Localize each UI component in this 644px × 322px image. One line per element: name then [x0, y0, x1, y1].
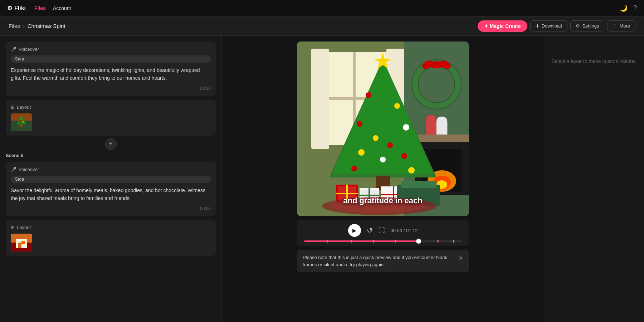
add-scene-button[interactable]: + — [105, 138, 117, 150]
notification-banner: Please note that this is just a quick pr… — [297, 250, 469, 272]
svg-point-42 — [380, 157, 386, 162]
gear-icon: ⚙ — [7, 5, 12, 11]
app-name: Fliki — [14, 5, 26, 11]
breadcrumb-root[interactable]: Files — [9, 23, 20, 29]
scene5-layout-grid-icon: ⊞ — [11, 225, 15, 230]
fullscreen-button[interactable]: ⛶ — [379, 227, 385, 234]
marker-4 — [395, 240, 396, 243]
scene5-voiceover-card: 🎤 Voiceover Sara Savor the delightful ar… — [6, 162, 216, 216]
marker-1 — [327, 240, 328, 243]
plus-icon: + — [109, 140, 113, 148]
scene4-text: Experience the magic of holiday decorati… — [11, 66, 211, 82]
fullscreen-icon: ⛶ — [379, 227, 385, 234]
scene4-duration: 00:10 — [11, 86, 211, 91]
svg-rect-12 — [21, 241, 25, 244]
scene5-text: Savor the delightful aroma of homely mea… — [11, 186, 211, 203]
svg-rect-11 — [18, 243, 21, 248]
svg-point-43 — [351, 166, 357, 171]
scene4-layout-header: ⊞ Layout — [11, 104, 211, 110]
svg-point-34 — [366, 92, 371, 98]
marker-5 — [438, 240, 439, 243]
svg-point-35 — [394, 103, 400, 109]
app-logo[interactable]: ⚙ Fliki — [7, 5, 26, 11]
scene5-layout-card: ⊞ Layout — [6, 220, 216, 256]
breadcrumb-bar: Files › Christmas Spirit ✦ Magic Create … — [0, 16, 644, 36]
video-subtitle: and gratitude in each — [343, 196, 422, 205]
play-button[interactable]: ▶ — [348, 224, 361, 237]
scenes-panel: 🎤 Voiceover Sara Experience the magic of… — [0, 36, 222, 322]
download-icon: ⬇ — [536, 23, 540, 29]
voiceover-mic-icon: 🎤 — [11, 47, 16, 52]
customization-panel: Select a layer to make customizations. — [544, 36, 644, 322]
nav-right-actions: 🌙 ? — [620, 4, 637, 12]
magic-create-button[interactable]: ✦ Magic Create — [478, 20, 527, 32]
svg-point-37 — [403, 124, 409, 131]
replay-button[interactable]: ↺ — [367, 226, 373, 235]
nav-links: Files Account — [34, 4, 71, 13]
more-button[interactable]: ⋮ More — [607, 20, 635, 31]
settings-icon: ⚙ — [576, 23, 580, 29]
svg-point-44 — [408, 167, 415, 174]
preview-panel: and gratitude in each ▶ ↺ ⛶ 00:53 / 01:1… — [222, 36, 544, 322]
svg-point-41 — [401, 153, 407, 159]
scene4-voiceover-card: 🎤 Voiceover Sara Experience the magic of… — [6, 42, 216, 96]
scene4-layout-thumb[interactable] — [11, 113, 32, 131]
customization-placeholder: Select a layer to make customizations. — [551, 57, 637, 65]
svg-point-39 — [387, 142, 393, 148]
breadcrumb: Files › Christmas Spirit — [9, 23, 65, 29]
download-button[interactable]: ⬇ Download — [530, 20, 568, 31]
progress-bar[interactable] — [304, 240, 462, 242]
svg-point-5 — [19, 120, 21, 121]
scene5-label: Scene 5 — [6, 153, 216, 158]
layout-grid-icon: ⊞ — [11, 104, 15, 110]
scene5-header: 🎤 Voiceover — [11, 167, 211, 172]
scene5-layout-thumb[interactable] — [11, 234, 32, 252]
scene4-layout-card: ⊞ Layout — [6, 100, 216, 136]
top-navigation: ⚙ Fliki Files Account 🌙 ? — [0, 0, 644, 16]
svg-point-38 — [373, 135, 379, 141]
nav-account[interactable]: Account — [53, 4, 71, 13]
scene4-speaker-badge[interactable]: Sara — [11, 55, 211, 63]
help-button[interactable]: ? — [633, 4, 637, 12]
scene5-mic-icon: 🎤 — [11, 167, 16, 172]
scene5-layout-header: ⊞ Layout — [11, 225, 211, 230]
controls-row: ▶ ↺ ⛶ 00:53 / 01:12 — [304, 224, 462, 237]
svg-point-7 — [21, 118, 22, 119]
notification-text: Please note that this is just a quick pr… — [303, 254, 455, 268]
breadcrumb-separator: › — [23, 23, 25, 29]
scene5-duration: 00:09 — [11, 206, 211, 211]
progress-markers — [304, 240, 462, 242]
replay-icon: ↺ — [367, 226, 373, 235]
scene4-header: 🎤 Voiceover — [11, 47, 211, 52]
svg-point-40 — [358, 149, 365, 156]
play-icon: ▶ — [352, 228, 356, 233]
marker-3 — [373, 240, 374, 243]
nav-files[interactable]: Files — [34, 4, 46, 13]
marker-6 — [453, 240, 454, 243]
svg-rect-18 — [311, 49, 329, 149]
breadcrumb-current: Christmas Spirit — [28, 23, 65, 29]
video-controls: ▶ ↺ ⛶ 00:53 / 01:12 — [297, 220, 469, 246]
time-display: 00:53 / 01:12 — [391, 228, 418, 233]
notification-close-button[interactable]: ✕ — [458, 254, 463, 263]
svg-rect-59 — [401, 181, 436, 188]
video-preview[interactable]: and gratitude in each — [297, 42, 469, 216]
scene5-speaker-badge[interactable]: Sara — [11, 176, 211, 183]
svg-point-6 — [22, 121, 24, 123]
svg-rect-4 — [20, 124, 23, 127]
breadcrumb-actions: ✦ Magic Create ⬇ Download ⚙ Settings ⋮ M… — [478, 20, 635, 32]
marker-2 — [351, 240, 352, 243]
dark-mode-toggle[interactable]: 🌙 — [620, 4, 628, 12]
more-icon: ⋮ — [613, 23, 617, 29]
svg-point-36 — [357, 121, 362, 127]
settings-button[interactable]: ⚙ Settings — [570, 20, 604, 31]
main-layout: 🎤 Voiceover Sara Experience the magic of… — [0, 36, 644, 322]
